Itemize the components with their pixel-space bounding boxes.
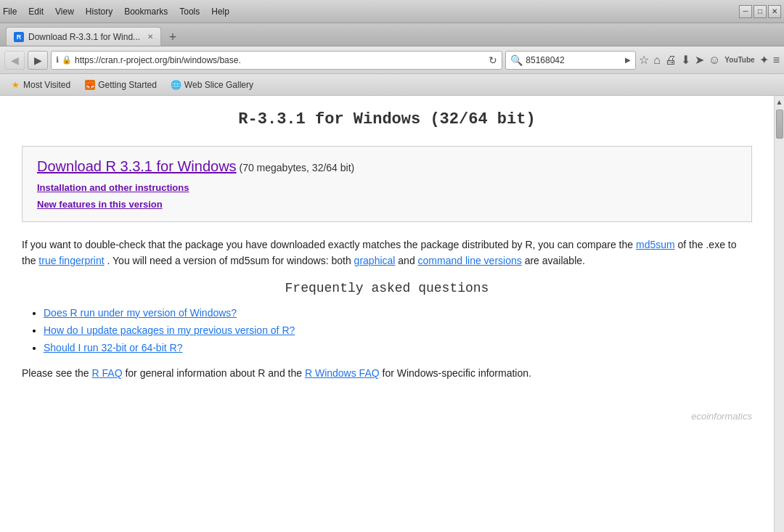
address-bar[interactable]: ℹ 🔒 https://cran.r-project.org/bin/windo… bbox=[51, 51, 502, 70]
menu-file[interactable]: File bbox=[3, 7, 17, 17]
bookmark-most-visited[interactable]: ★ Most Visited bbox=[6, 78, 75, 91]
faq-link-1[interactable]: Does R run under my version of Windows? bbox=[44, 307, 237, 319]
getting-started-label: Getting Started bbox=[98, 80, 157, 90]
body-text-4b: and bbox=[398, 255, 415, 266]
favorites-icon[interactable]: ☆ bbox=[639, 53, 649, 67]
faq-link-2[interactable]: How do I update packages in my previous … bbox=[44, 324, 295, 336]
md5sum-link[interactable]: md5sum bbox=[636, 239, 675, 250]
send-icon[interactable]: ➤ bbox=[695, 53, 704, 67]
menu-view[interactable]: View bbox=[55, 7, 74, 17]
r-favicon: R bbox=[14, 32, 24, 42]
forward-button[interactable]: ▶ bbox=[28, 51, 48, 70]
faq-heading: Frequently asked questions bbox=[22, 281, 752, 295]
maximize-button[interactable]: □ bbox=[754, 5, 767, 18]
back-button[interactable]: ◀ bbox=[4, 51, 25, 70]
scrollbar[interactable]: ▲ bbox=[774, 96, 784, 532]
refresh-button[interactable]: ↻ bbox=[489, 54, 497, 66]
faq-link-3[interactable]: Should I run 32-bit or 64-bit R? bbox=[44, 342, 182, 353]
page-content: R-3.3.1 for Windows (32/64 bit) Download… bbox=[0, 96, 774, 532]
tab-close-button[interactable]: ✕ bbox=[147, 33, 153, 41]
search-text: 85168042 bbox=[526, 55, 622, 65]
list-item: Does R run under my version of Windows? bbox=[44, 307, 752, 319]
fingerprint-link[interactable]: true fingerprint bbox=[38, 255, 104, 266]
download-manager-icon[interactable]: ⬇ bbox=[681, 53, 690, 67]
web-slice-label: Web Slice Gallery bbox=[184, 80, 253, 90]
bookmark-getting-started[interactable]: 🦊 Getting Started bbox=[81, 78, 161, 91]
cmdline-link[interactable]: command line versions bbox=[418, 255, 522, 266]
tab-label: Download R-3.3.1 for Wind... bbox=[28, 32, 140, 42]
menu-icon[interactable]: ≡ bbox=[773, 54, 780, 67]
menu-bar: File Edit View History Bookmarks Tools H… bbox=[3, 7, 229, 17]
youtube-icon[interactable]: YouTube bbox=[724, 56, 754, 64]
search-bar[interactable]: 🔍 85168042 ▶ bbox=[505, 51, 636, 70]
r-faq-link[interactable]: R FAQ bbox=[92, 367, 123, 379]
bookmarks-bar: ★ Most Visited 🦊 Getting Started 🌐 Web S… bbox=[0, 74, 784, 96]
navigation-bar: ◀ ▶ ℹ 🔒 https://cran.r-project.org/bin/w… bbox=[0, 46, 784, 74]
scroll-thumb[interactable] bbox=[776, 110, 783, 139]
scroll-up-button[interactable]: ▲ bbox=[774, 96, 784, 108]
footer-paragraph: Please see the R FAQ for general informa… bbox=[22, 365, 752, 381]
search-icon: 🔍 bbox=[510, 54, 523, 66]
body-text-5b: are available. bbox=[525, 255, 585, 266]
faq-list: Does R run under my version of Windows? … bbox=[22, 307, 752, 353]
download-box: Download R 3.3.1 for Windows (70 megabyt… bbox=[22, 146, 752, 222]
menu-history[interactable]: History bbox=[86, 7, 113, 17]
download-meta-text: (70 megabytes, 32/64 bit) bbox=[239, 162, 354, 173]
home-icon[interactable]: ⌂ bbox=[653, 54, 661, 67]
watermark: ecoinformatics bbox=[691, 411, 752, 422]
tab-bar: R Download R-3.3.1 for Wind... ✕ + bbox=[0, 23, 784, 46]
new-tab-button[interactable]: + bbox=[164, 28, 181, 46]
install-instructions-link[interactable]: Installation and other instructions bbox=[37, 182, 737, 193]
download-r-link[interactable]: Download R 3.3.1 for Windows bbox=[37, 158, 237, 174]
footer-text-3b: for Windows-specific information. bbox=[383, 367, 531, 379]
content-wrapper: R-3.3.1 for Windows (32/64 bit) Download… bbox=[0, 96, 784, 532]
body-text-1: If you want to double-check that the pac… bbox=[22, 239, 633, 250]
smiley-icon[interactable]: ☺ bbox=[709, 54, 720, 67]
menu-tools[interactable]: Tools bbox=[179, 7, 200, 17]
list-item: Should I run 32-bit or 64-bit R? bbox=[44, 342, 752, 353]
bookmark-web-slice-gallery[interactable]: 🌐 Web Slice Gallery bbox=[167, 78, 258, 91]
menu-help[interactable]: Help bbox=[211, 7, 229, 17]
body-text-3: . You will need a version of md5sum for … bbox=[107, 255, 351, 266]
lock-icon: 🔒 bbox=[62, 55, 72, 65]
most-visited-label: Most Visited bbox=[23, 80, 70, 90]
address-text: https://cran.r-project.org/bin/windows/b… bbox=[75, 55, 486, 65]
info-icon: ℹ bbox=[56, 55, 59, 65]
list-item: How do I update packages in my previous … bbox=[44, 324, 752, 336]
window-controls: ─ □ ✕ bbox=[739, 5, 781, 18]
page-title: R-3.3.1 for Windows (32/64 bit) bbox=[22, 110, 752, 128]
web-slice-icon: 🌐 bbox=[171, 80, 181, 90]
minimize-button[interactable]: ─ bbox=[739, 5, 752, 18]
graphical-link[interactable]: graphical bbox=[354, 255, 396, 266]
close-button[interactable]: ✕ bbox=[768, 5, 781, 18]
addon-icon[interactable]: ✦ bbox=[759, 53, 769, 67]
title-bar: File Edit View History Bookmarks Tools H… bbox=[0, 0, 784, 23]
body-paragraph: If you want to double-check that the pac… bbox=[22, 237, 752, 269]
new-features-link[interactable]: New features in this version bbox=[37, 199, 737, 210]
footer-text-1: Please see the bbox=[22, 367, 89, 379]
footer-text-2b: for general information about R and the bbox=[125, 367, 302, 379]
r-windows-faq-link[interactable]: R Windows FAQ bbox=[305, 367, 380, 379]
nav-icons: ☆ ⌂ 🖨 ⬇ ➤ ☺ YouTube ✦ ≡ bbox=[639, 53, 780, 67]
menu-bookmarks[interactable]: Bookmarks bbox=[124, 7, 168, 17]
menu-edit[interactable]: Edit bbox=[28, 7, 44, 17]
getting-started-icon: 🦊 bbox=[85, 80, 95, 90]
print-icon[interactable]: 🖨 bbox=[665, 54, 677, 67]
search-submit-button[interactable]: ▶ bbox=[625, 56, 631, 64]
active-tab[interactable]: R Download R-3.3.1 for Wind... ✕ bbox=[6, 27, 161, 46]
most-visited-icon: ★ bbox=[10, 80, 20, 90]
